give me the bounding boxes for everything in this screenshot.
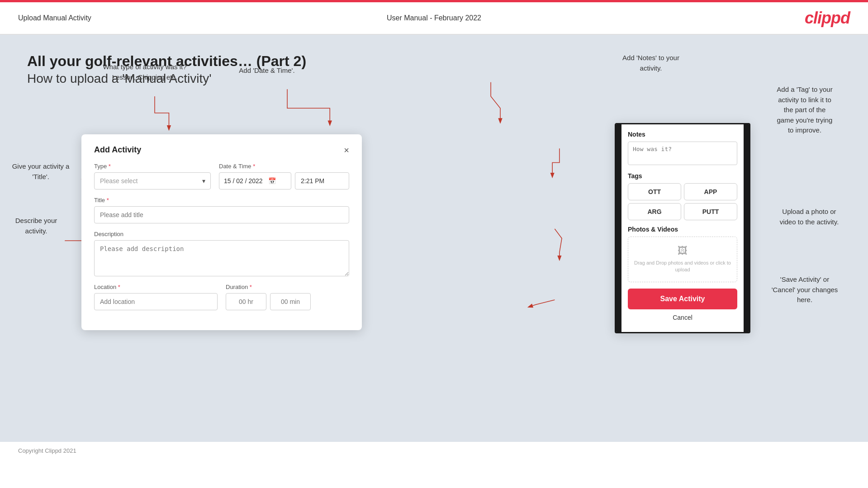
footer: Copyright Clippd 2021 — [0, 442, 868, 460]
phone-right-bar — [744, 124, 749, 332]
phone-inner: Notes Tags OTT APP ARG PUTT Photos & Vid… — [621, 124, 744, 332]
form-group-datetime: Date & Time * 15 / 02 / 2022 📅 2:21 PM — [219, 163, 349, 190]
tags-section-label: Tags — [628, 172, 737, 180]
dialog-header: Add Activity × — [94, 145, 349, 155]
location-input[interactable] — [94, 293, 218, 310]
photos-section-label: Photos & Videos — [628, 226, 737, 233]
form-group-location: Location * — [94, 284, 218, 310]
title-label: Title * — [94, 197, 349, 204]
duration-min-input[interactable] — [270, 293, 311, 310]
form-group-title: Title * — [94, 197, 349, 223]
document-title: User Manual - February 2022 — [387, 14, 481, 22]
top-bar: Upload Manual Activity User Manual - Feb… — [0, 2, 868, 35]
form-row-type-date: Type * Please select ▾ Date & Time * 15 … — [94, 163, 349, 190]
tags-grid: OTT APP ARG PUTT — [628, 183, 737, 220]
calendar-icon: 📅 — [268, 177, 276, 185]
clippd-logo: clippd — [805, 9, 850, 27]
tag-ott[interactable]: OTT — [628, 183, 681, 200]
copyright-text: Copyright Clippd 2021 — [18, 447, 76, 454]
date-time-wrapper: 15 / 02 / 2022 📅 2:21 PM — [219, 172, 349, 190]
phone-panel: Notes Tags OTT APP ARG PUTT Photos & Vid… — [615, 123, 750, 333]
duration-group — [226, 293, 349, 310]
annotation-tag: Add a 'Tag' to youractivity to link it t… — [750, 85, 859, 136]
phone-left-bar — [616, 124, 621, 332]
type-select[interactable]: Please select — [94, 172, 211, 190]
description-textarea[interactable] — [94, 240, 349, 276]
notes-section-label: Notes — [628, 131, 737, 138]
type-label: Type * — [94, 163, 211, 170]
annotation-title: Give your activity a'Title'. — [0, 161, 81, 182]
annotation-describe: Describe youractivity. — [0, 216, 72, 236]
add-activity-dialog: Add Activity × Type * Please select ▾ Da… — [81, 134, 362, 330]
main-content: All your golf-relevant activities… (Part… — [0, 35, 868, 442]
form-row-location-duration: Location * Duration * — [94, 284, 349, 310]
photo-upload-icon: 🖼 — [633, 245, 732, 257]
duration-hr-input[interactable] — [226, 293, 266, 310]
form-group-duration: Duration * — [226, 284, 349, 310]
annotation-activity-type: What type of activity was it?Lesson, Chi… — [95, 62, 194, 82]
tag-putt[interactable]: PUTT — [684, 203, 737, 220]
logo: clippd — [805, 9, 850, 28]
save-activity-button[interactable]: Save Activity — [628, 289, 737, 309]
dialog-title: Add Activity — [94, 145, 141, 155]
notes-textarea[interactable] — [628, 142, 737, 165]
form-group-type: Type * Please select ▾ — [94, 163, 211, 190]
tag-arg[interactable]: ARG — [628, 203, 681, 220]
type-select-wrapper: Please select ▾ — [94, 172, 211, 190]
description-label: Description — [94, 231, 349, 237]
dialog-close-button[interactable]: × — [344, 146, 349, 155]
tag-app[interactable]: APP — [684, 183, 737, 200]
location-label: Location * — [94, 284, 218, 290]
date-label: Date & Time * — [219, 163, 349, 170]
photo-upload-text: Drag and Drop photos and videos or click… — [633, 260, 732, 274]
annotation-notes: Add 'Notes' to youractivity. — [606, 53, 696, 73]
annotation-save: 'Save Activity' or'Cancel' your changesh… — [750, 275, 859, 305]
annotation-date-time: Add 'Date & Time'. — [222, 66, 312, 76]
form-group-description: Description — [94, 231, 349, 276]
annotation-photo: Upload a photo orvideo to the activity. — [759, 207, 859, 227]
cancel-link[interactable]: Cancel — [628, 314, 737, 326]
date-input[interactable]: 15 / 02 / 2022 📅 — [219, 172, 291, 190]
page-breadcrumb: Upload Manual Activity — [18, 14, 91, 22]
time-input[interactable]: 2:21 PM — [295, 172, 349, 190]
title-input[interactable] — [94, 206, 349, 223]
duration-label: Duration * — [226, 284, 349, 290]
photo-upload-area[interactable]: 🖼 Drag and Drop photos and videos or cli… — [628, 237, 737, 282]
